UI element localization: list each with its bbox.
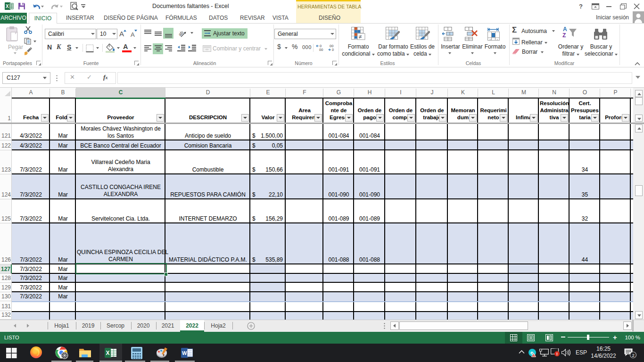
svg-text:00: 00 — [319, 48, 323, 51]
svg-text:ab: ab — [178, 30, 184, 37]
svg-text:2: 2 — [632, 353, 635, 358]
svg-text:!: ! — [556, 352, 558, 356]
svg-text:0: 0 — [332, 48, 334, 51]
svg-text:X: X — [6, 4, 9, 9]
svg-text:X: X — [106, 350, 110, 356]
svg-text:W: W — [182, 350, 187, 356]
svg-text:!: ! — [533, 354, 534, 357]
svg-text:≠: ≠ — [359, 33, 362, 40]
